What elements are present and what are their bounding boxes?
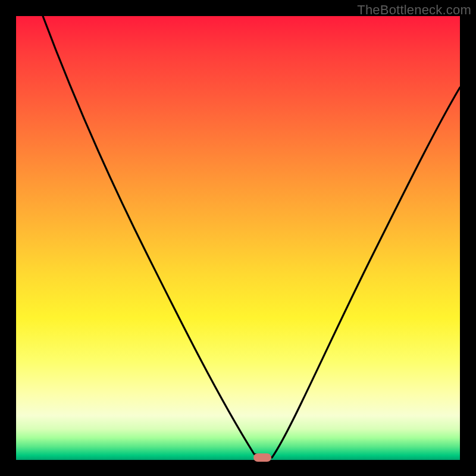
watermark-text: TheBottleneck.com bbox=[357, 2, 471, 18]
chart-frame: TheBottleneck.com bbox=[0, 0, 476, 476]
optimal-point-marker bbox=[253, 453, 271, 462]
bottleneck-curve bbox=[16, 16, 460, 460]
plot-area bbox=[16, 16, 460, 460]
